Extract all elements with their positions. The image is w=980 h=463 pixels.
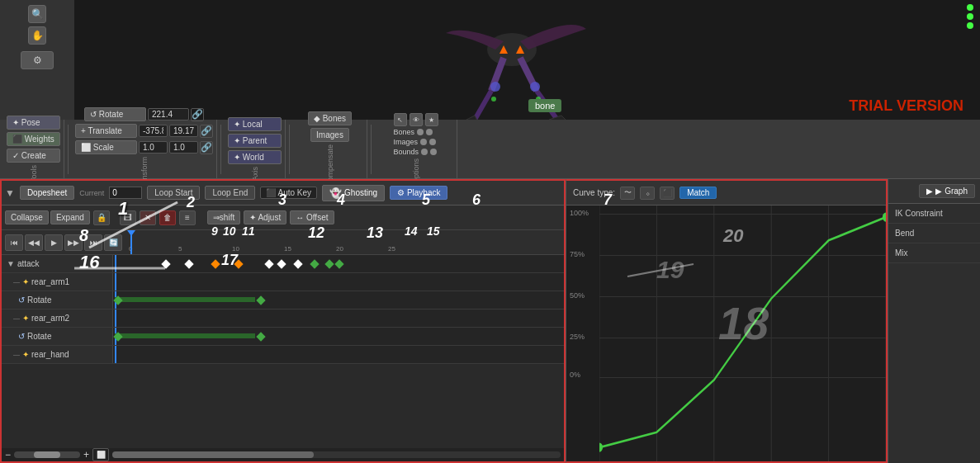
keyframe-3 xyxy=(211,259,220,268)
svg-point-8 xyxy=(530,82,540,92)
world-button[interactable]: ✦ World xyxy=(228,150,282,164)
bones-options-label: Bones xyxy=(394,128,415,136)
rear-hand-timeline[interactable] xyxy=(113,346,564,363)
lock-icon[interactable]: 🔒 xyxy=(93,210,110,225)
zoom-slider[interactable] xyxy=(14,451,80,458)
translate-x[interactable] xyxy=(139,125,168,137)
rear-arm1-timeline[interactable] xyxy=(113,273,564,291)
far-right-panel: ▶ ▶ Graph IK Constraint Bend Mix xyxy=(888,179,980,463)
skip-end-button[interactable]: ⏭ xyxy=(84,234,102,251)
bones-button[interactable]: ◆ Bones xyxy=(308,111,352,125)
main-area: ▼ Dopesheet Current Loop Start Loop End … xyxy=(0,179,980,463)
curve-type-btn-3[interactable]: ⬛ xyxy=(660,187,675,200)
mix-item[interactable]: Mix xyxy=(888,243,980,263)
minus-icon3[interactable]: — xyxy=(13,351,20,358)
playhead-attack xyxy=(115,255,116,272)
minus-icon2[interactable]: — xyxy=(13,314,20,322)
kf-rot1-2 xyxy=(256,295,265,305)
graph-button[interactable]: ▶ ▶ Graph xyxy=(919,184,975,198)
play-button[interactable]: ▶ xyxy=(45,234,63,251)
trial-version-label: TRIAL VERSION xyxy=(849,97,963,115)
curve-type-btn-2[interactable]: ⬦ xyxy=(640,187,655,200)
auto-key-button[interactable]: ⬛ Auto Key xyxy=(260,187,317,199)
rotate-button[interactable]: ↺ Rotate xyxy=(84,107,146,121)
dopesheet-tab[interactable]: Dopesheet xyxy=(20,186,74,200)
transport-row: ⏮ ◀◀ ▶ ▶▶ ⏭ 🔄 0 5 10 15 20 xyxy=(2,230,564,255)
ruler-area: 0 5 10 15 20 25 xyxy=(129,230,561,254)
tick-5: 5 xyxy=(178,245,182,253)
dot-green xyxy=(967,4,973,11)
minus-icon[interactable]: — xyxy=(13,278,20,286)
local-button[interactable]: ✦ Local xyxy=(228,117,282,131)
rotate-arm2-label: ↺ Rotate xyxy=(2,328,113,345)
y-label-100: 100% xyxy=(570,209,589,217)
zoom-tool-icon[interactable]: 🔍 xyxy=(28,5,46,23)
adjust-button[interactable]: ✦ Adjust xyxy=(244,210,286,224)
create-button[interactable]: ✓ Create xyxy=(7,149,60,163)
trash-icon[interactable]: 🗑 xyxy=(159,210,176,225)
next-frame-button[interactable]: ▶▶ xyxy=(64,234,83,251)
collapse-arrow[interactable]: ▼ xyxy=(7,259,15,268)
translate-link-icon[interactable]: 🔗 xyxy=(200,125,213,138)
rotate-row: ↺ Rotate 🔗 xyxy=(84,107,204,121)
more-icon[interactable]: ≡ xyxy=(179,210,196,225)
rotate-arm2-timeline[interactable] xyxy=(113,328,564,345)
scale-y[interactable] xyxy=(169,141,198,154)
rotate-link-icon[interactable]: 🔗 xyxy=(191,108,204,121)
scale-button[interactable]: ⬜ Scale xyxy=(75,140,137,154)
keyframe-6 xyxy=(277,259,286,268)
skip-start-button[interactable]: ⏮ xyxy=(5,234,23,251)
eye-icon[interactable]: 👁 xyxy=(410,113,423,126)
rotate-icon2: ↺ xyxy=(18,332,25,341)
rear-arm2-timeline[interactable] xyxy=(113,309,564,327)
shift-button[interactable]: ⇒shift xyxy=(207,210,240,224)
hand-tool-icon[interactable]: ✋ xyxy=(28,26,46,45)
ik-constraint-item[interactable]: IK Constraint xyxy=(888,204,980,224)
bounds-dot1 xyxy=(421,149,428,155)
translate-y[interactable] xyxy=(169,125,198,137)
star-icon[interactable]: ★ xyxy=(425,113,438,126)
scale-x[interactable] xyxy=(139,141,168,154)
parent-button[interactable]: ✦ Parent xyxy=(228,134,282,148)
tick-10: 10 xyxy=(232,245,239,253)
match-button[interactable]: Match xyxy=(679,187,717,199)
loop-end-tab[interactable]: Loop End xyxy=(205,186,255,200)
playback-button[interactable]: ⚙ Playback xyxy=(390,186,447,200)
translate-button[interactable]: + Translate xyxy=(75,124,137,138)
expand-button[interactable]: Expand xyxy=(50,210,90,224)
loop-button[interactable]: 🔄 xyxy=(104,234,122,251)
rotate-value[interactable] xyxy=(148,108,189,120)
weights-button[interactable]: ⬛ Weights xyxy=(7,132,60,146)
settings-icon[interactable]: ⚙ xyxy=(21,51,54,69)
attack-timeline[interactable] xyxy=(113,255,564,272)
attack-label: attack xyxy=(17,259,40,268)
cursor-icon[interactable]: ↖ xyxy=(394,113,407,126)
rotate-arm1-timeline[interactable] xyxy=(113,291,564,309)
offset-button[interactable]: ↔ Offset xyxy=(290,210,334,224)
tick-25: 25 xyxy=(388,245,395,253)
bones-dot2 xyxy=(426,129,433,135)
current-value-input[interactable] xyxy=(109,187,142,199)
scale-link-icon[interactable]: 🔗 xyxy=(200,141,213,154)
loop-start-tab[interactable]: Loop Start xyxy=(147,186,200,200)
zoom-in-button[interactable]: + xyxy=(83,449,89,461)
timeline-tracks: ▼ attack xyxy=(2,255,564,448)
divider-1 xyxy=(68,125,69,174)
x-icon[interactable]: ✕ xyxy=(140,210,156,225)
zoom-out-button[interactable]: − xyxy=(5,449,11,461)
prev-frame-button[interactable]: ◀◀ xyxy=(25,234,43,251)
table-row: ↺ Rotate xyxy=(2,291,564,309)
bend-item[interactable]: Bend xyxy=(888,224,980,243)
bounds-options-label: Bounds xyxy=(394,148,419,156)
images-button[interactable]: Images xyxy=(310,128,349,142)
scroll-track[interactable] xyxy=(112,451,561,458)
tools-section: ✦ Pose ⬛ Weights ✓ Create Tools xyxy=(3,120,64,178)
collapse-button[interactable]: Collapse xyxy=(5,210,49,224)
timeline-arrow[interactable]: ▼ xyxy=(5,187,15,199)
pose-button[interactable]: ✦ Pose xyxy=(7,116,60,130)
ghosting-button[interactable]: 👻 Ghosting xyxy=(322,185,385,201)
film-icon[interactable]: 🎞 xyxy=(120,210,136,225)
curve-type-btn-1[interactable]: 〜 xyxy=(620,187,635,200)
fit-button[interactable]: ⬜ xyxy=(92,448,109,461)
axis-section: ✦ Local ✦ Parent ✦ World Axis xyxy=(225,120,286,178)
